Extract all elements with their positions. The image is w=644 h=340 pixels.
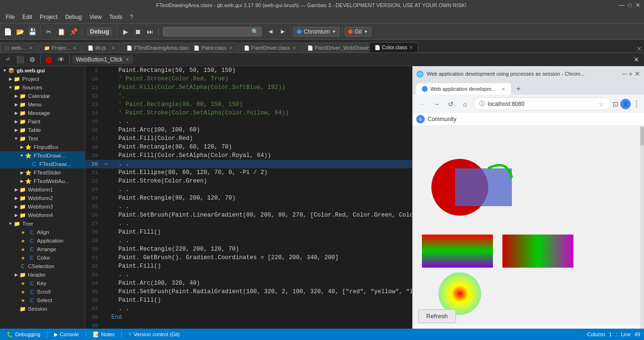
tab-web[interactable]: ⬡ web-... ✕ <box>0 43 38 52</box>
tree-ftestwebau[interactable]: ▶ ⭐ FTestWebAu... <box>0 177 85 185</box>
refresh-button[interactable]: Refresh <box>418 309 456 323</box>
function-selector[interactable]: WebButton1_Click ▼ <box>72 55 133 64</box>
address-text[interactable]: localhost:8080 <box>488 101 596 107</box>
copy-btn[interactable]: 📋 <box>55 26 67 37</box>
tab-lib[interactable]: 📄 lib.js ✕ <box>82 43 120 52</box>
stop-btn[interactable]: ⏹ <box>132 26 143 37</box>
tree-calendar[interactable]: ▶ 📁 Calendar <box>0 92 85 100</box>
status-notes[interactable]: 📝 Notes <box>90 331 118 338</box>
tab-paint-close[interactable]: ✕ <box>229 45 233 51</box>
bookmark-star-btn[interactable]: ☆ <box>599 100 605 108</box>
browser-scrollbar-thumb[interactable] <box>640 127 644 146</box>
back-btn[interactable]: ← <box>416 98 429 110</box>
tab-paintdriver-close[interactable]: ✕ <box>292 45 296 51</box>
tree-webform3[interactable]: ▶ 📁 Webform3 <box>0 202 85 211</box>
new-btn[interactable]: 📄 <box>2 26 13 37</box>
close-btn[interactable]: ✕ <box>635 2 640 9</box>
tab-paintdriver[interactable]: 📄 PaintDriver.class ✕ <box>239 43 301 52</box>
menu-view[interactable]: View <box>86 12 106 22</box>
tree-webform1[interactable]: ▶ 📁 Webform1 <box>0 185 85 194</box>
menu-debug[interactable]: Debug <box>61 12 85 22</box>
tree-webform2[interactable]: ▶ 📁 Webform2 <box>0 194 85 202</box>
tree-tree[interactable]: ▼ 📁 Tree <box>0 219 85 228</box>
panel-expand-btn[interactable]: + <box>629 70 633 78</box>
tree-paint[interactable]: ▶ 📁 Paint <box>0 117 85 126</box>
close-panel-btn[interactable]: ✕ <box>636 45 642 52</box>
tree-project[interactable]: ▶ 📁 Project <box>0 75 85 83</box>
tab-color[interactable]: 📄 Color.class ✕ <box>369 42 419 52</box>
open-btn[interactable]: 📂 <box>14 26 26 37</box>
tree-ftestdrawing-file[interactable]: C FTestDrawi... <box>0 160 85 168</box>
tree-message[interactable]: ▶ 📁 Message <box>0 109 85 117</box>
tb2-breakpoint[interactable]: ⬤ <box>43 54 54 65</box>
menu-tools[interactable]: Tools <box>106 12 126 22</box>
save-btn[interactable]: 💾 <box>27 26 38 37</box>
browser-tab-close[interactable]: ✕ <box>501 87 505 92</box>
tb2-btn1[interactable]: ⏎ <box>2 54 13 65</box>
tab-project[interactable]: 📁 Projec... ✕ <box>39 43 81 52</box>
tree-ftestdrawing-folder[interactable]: ▼ ⭐ FTestDrawi... <box>0 151 85 160</box>
tree-webform4[interactable]: ▶ 📁 Webform4 <box>0 211 85 219</box>
tb2-btn2[interactable]: ⬛ <box>14 54 26 65</box>
cut-btn[interactable]: ✂ <box>43 26 54 37</box>
search-box[interactable]: 🔍 <box>163 27 262 36</box>
search-icon[interactable]: 🔍 <box>251 28 259 35</box>
tab-paintdriverweb[interactable]: 📄 PaintDriver_WebDrawingArea.class ✕ <box>302 43 368 52</box>
tb2-watch[interactable]: 👁 <box>55 54 67 65</box>
tree-table[interactable]: ▶ 📁 Table <box>0 126 85 134</box>
tree-menu[interactable]: ▶ 📁 Menu <box>0 100 85 109</box>
tree-session[interactable]: 📁 Session <box>0 305 85 313</box>
tab-color-close[interactable]: ✕ <box>409 45 413 50</box>
git-badge[interactable]: Git ▼ <box>345 27 371 36</box>
tree-application[interactable]: ★ C Application <box>0 236 85 245</box>
new-browser-tab-btn[interactable]: + <box>513 83 524 95</box>
tree-color[interactable]: ★ C Color <box>0 253 85 262</box>
profile-icon[interactable]: 👤 <box>620 99 631 109</box>
tree-arrange[interactable]: ★ C Arrange <box>0 245 85 253</box>
step-btn[interactable]: ⏭ <box>144 26 156 37</box>
browser-tab-active[interactable]: Web application developmen... ✕ <box>416 83 511 95</box>
menu-file[interactable]: File <box>2 12 18 22</box>
menu-help[interactable]: ? <box>126 12 137 22</box>
tree-select[interactable]: ★ C Select <box>0 296 85 305</box>
browser-scrollbar[interactable] <box>640 126 644 329</box>
address-bar[interactable]: ⓘ localhost:8080 ☆ <box>473 97 611 110</box>
nav-fwd-btn[interactable]: ▶ <box>277 26 288 37</box>
tree-root[interactable]: ▼ 📦 gb.web.gui <box>0 66 85 75</box>
tab-paint[interactable]: 📄 Paint.class ✕ <box>188 43 237 52</box>
chromium-badge[interactable]: Chromium ▼ <box>294 27 339 36</box>
code-editor[interactable]: 9 Paint.Rectangle(50, 50, 150, 150) 10 '… <box>85 66 412 329</box>
home-btn[interactable]: ⌂ <box>459 98 471 110</box>
status-git[interactable]: ⑂ Version control (Git) <box>125 331 182 337</box>
nav-back-btn[interactable]: ◀ <box>265 26 276 37</box>
tree-align[interactable]: ★ C Align <box>0 228 85 236</box>
panel-close-btn[interactable]: ✕ <box>635 70 640 78</box>
menu-project[interactable]: Project <box>36 12 61 22</box>
browser-menu-btn[interactable]: ⋮ <box>633 99 640 108</box>
reload-btn[interactable]: ↺ <box>445 98 457 110</box>
status-debugging[interactable]: 🐛 Debugging <box>4 331 43 338</box>
run-btn[interactable]: ▶ <box>120 26 131 37</box>
menu-edit[interactable]: Edit <box>18 12 36 22</box>
search-input[interactable] <box>166 28 251 35</box>
tree-cselection[interactable]: C CSelection <box>0 262 85 270</box>
tb2-btn3[interactable]: ⚙ <box>27 54 38 65</box>
maximize-btn[interactable]: □ <box>628 2 632 9</box>
tab-lib-close[interactable]: ✕ <box>111 45 115 51</box>
tree-header[interactable]: ▶ 📁 Header <box>0 270 85 279</box>
forward-btn[interactable]: → <box>430 98 443 110</box>
panel-pin-btn[interactable]: ─ <box>622 70 627 78</box>
tab-project-close[interactable]: ✕ <box>72 45 76 51</box>
tab-overview-btn[interactable]: ⊡ <box>613 100 618 108</box>
tree-key[interactable]: ★ C Key <box>0 279 85 288</box>
tree-ftestslider[interactable]: ▶ ⭐ FTestSlider <box>0 168 85 177</box>
tree-scroll[interactable]: ★ C Scroll <box>0 288 85 296</box>
tree-test[interactable]: ▼ 📁 Test <box>0 134 85 143</box>
tree-finputbox[interactable]: ▶ ⭐ FInputBox <box>0 143 85 151</box>
tab-web-close[interactable]: ✕ <box>29 45 33 51</box>
paste-btn[interactable]: 📌 <box>68 26 79 37</box>
tb2-close[interactable]: ✕ <box>631 54 642 65</box>
tab-ftestdrawing[interactable]: 📄 FTestDrawingArea.class ✕ <box>121 43 188 52</box>
tree-sources[interactable]: ▼ 📁 Sources <box>0 83 85 92</box>
status-console[interactable]: ▶ Console <box>51 331 81 338</box>
